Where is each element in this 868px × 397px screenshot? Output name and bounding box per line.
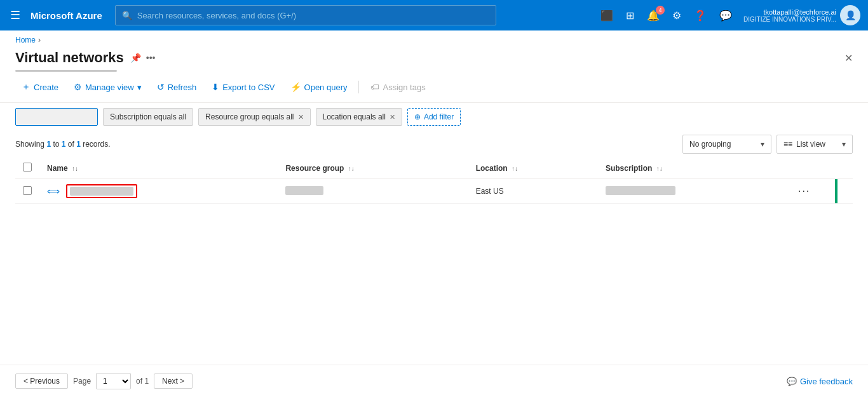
user-info: tkottapalli@techforce.ai DIGITIZE INNOVA… [743, 8, 836, 23]
user-email: tkottapalli@techforce.ai [743, 8, 836, 16]
table-wrapper: Name ↑↓ Resource group ↑↓ Location ↑↓ Su… [0, 158, 868, 204]
page-header: Virtual networks 📌 ••• ✕ [0, 50, 868, 66]
status-indicator [835, 179, 837, 203]
hamburger-menu[interactable]: ☰ [8, 6, 23, 25]
filter-input[interactable] [15, 108, 98, 126]
plus-icon: ＋ [22, 81, 31, 93]
view-label: List view [796, 140, 825, 149]
row-checkbox-cell [15, 179, 39, 204]
page-title: Virtual networks [15, 50, 124, 66]
resource-group-redacted [285, 186, 323, 195]
grouping-chevron-icon: ▾ [761, 140, 764, 149]
results-text: Showing 1 to 1 of 1 records. [15, 140, 111, 149]
breadcrumb: Home › [0, 30, 868, 50]
list-view-icon: ≡≡ [783, 140, 792, 149]
more-options-icon[interactable]: ••• [146, 53, 156, 63]
location-filter-close[interactable]: ✕ [390, 113, 395, 121]
resource-group-filter-label: Resource group equals all [205, 112, 294, 121]
header-checkbox-cell [15, 158, 39, 179]
select-all-checkbox[interactable] [23, 163, 32, 172]
column-resource-group: Resource group ↑↓ [278, 158, 468, 179]
row-subscription-cell [598, 179, 790, 204]
search-input[interactable] [137, 11, 489, 20]
add-filter-icon: ⊕ [414, 112, 421, 121]
subscription-filter-label: Subscription equals all [110, 112, 186, 121]
user-profile[interactable]: tkottapalli@techforce.ai DIGITIZE INNOVA… [741, 5, 860, 25]
gear-icon: ⚙ [74, 82, 82, 92]
search-bar[interactable]: 🔍 [115, 5, 496, 25]
vnet-name-redacted [70, 187, 133, 196]
chevron-down-icon: ▾ [137, 83, 142, 92]
nav-icons: ⬛ ⊞ 🔔 4 ⚙ ❓ 💬 tkottapalli@techforce.ai D… [597, 5, 860, 25]
resource-group-filter-chip: Resource group equals all ✕ [198, 108, 310, 126]
toolbar-separator [358, 81, 359, 93]
data-table: Name ↑↓ Resource group ↑↓ Location ↑↓ Su… [15, 158, 853, 204]
create-button[interactable]: ＋ Create [15, 78, 65, 96]
tag-icon: 🏷 [370, 82, 379, 92]
notification-badge: 4 [656, 6, 665, 15]
row-resource-group-cell [278, 179, 468, 204]
search-icon: 🔍 [122, 11, 132, 20]
close-button[interactable]: ✕ [844, 52, 853, 64]
vnet-name-box[interactable] [66, 184, 137, 198]
top-nav: ☰ Microsoft Azure 🔍 ⬛ ⊞ 🔔 4 ⚙ ❓ 💬 tkotta… [0, 0, 868, 30]
settings-icon[interactable]: ⚙ [668, 7, 685, 24]
export-csv-button[interactable]: ⬇ Export to CSV [205, 79, 281, 95]
toolbar: ＋ Create ⚙ Manage view ▾ ↺ Refresh ⬇ Exp… [0, 72, 868, 103]
portal-icon[interactable]: ⊞ [622, 7, 638, 24]
column-actions [790, 158, 853, 179]
location-filter-label: Location equals all [323, 112, 386, 121]
column-location: Location ↑↓ [468, 158, 598, 179]
grouping-dropdown[interactable]: No grouping ▾ [682, 135, 771, 154]
user-org: DIGITIZE INNOVATIONS PRIV... [743, 16, 836, 23]
avatar[interactable]: 👤 [840, 5, 860, 25]
resource-group-filter-close[interactable]: ✕ [298, 113, 304, 121]
view-controls: No grouping ▾ ≡≡ List view ▾ [682, 135, 853, 154]
query-icon: ⚡ [290, 82, 301, 92]
pin-icon[interactable]: 📌 [130, 53, 141, 63]
location-filter-chip: Location equals all ✕ [316, 108, 402, 126]
cloud-shell-icon[interactable]: ⬛ [597, 7, 617, 24]
assign-tags-button[interactable]: 🏷 Assign tags [364, 79, 431, 95]
feedback-nav-icon[interactable]: 💬 [715, 7, 736, 24]
filter-bar: Subscription equals all Resource group e… [0, 103, 868, 131]
row-actions-cell: ··· [790, 179, 853, 204]
name-cell-content: ⟺ [47, 184, 270, 198]
help-icon[interactable]: ❓ [690, 7, 710, 24]
row-location-cell: East US [468, 179, 598, 204]
name-sort-icon[interactable]: ↑↓ [72, 165, 78, 172]
column-subscription: Subscription ↑↓ [598, 158, 790, 179]
refresh-icon: ↺ [157, 82, 165, 92]
subscription-filter-chip: Subscription equals all [103, 108, 193, 126]
row-name-cell: ⟺ [39, 179, 278, 204]
row-checkbox[interactable] [23, 186, 32, 195]
view-dropdown[interactable]: ≡≡ List view ▾ [776, 135, 853, 154]
table-body: ⟺ East US ··· [15, 179, 853, 204]
subscription-redacted [606, 186, 675, 195]
breadcrumb-home[interactable]: Home [15, 36, 36, 44]
table-row: ⟺ East US ··· [15, 179, 853, 204]
open-query-button[interactable]: ⚡ Open query [284, 79, 354, 95]
column-name: Name ↑↓ [39, 158, 278, 179]
vnet-icon: ⟺ [47, 186, 60, 196]
add-filter-button[interactable]: ⊕ Add filter [407, 108, 461, 126]
results-bar: Showing 1 to 1 of 1 records. No grouping… [0, 131, 868, 158]
header-icons: 📌 ••• [130, 53, 156, 63]
table-header: Name ↑↓ Resource group ↑↓ Location ↑↓ Su… [15, 158, 853, 179]
refresh-button[interactable]: ↺ Refresh [151, 79, 203, 95]
azure-logo: Microsoft Azure [31, 10, 102, 21]
notifications-icon[interactable]: 🔔 4 [643, 7, 663, 24]
view-chevron-icon: ▾ [842, 140, 846, 149]
breadcrumb-chevron: › [38, 36, 41, 44]
rg-sort-icon[interactable]: ↑↓ [348, 165, 355, 172]
manage-view-button[interactable]: ⚙ Manage view ▾ [67, 79, 148, 95]
row-more-actions[interactable]: ··· [798, 185, 810, 196]
download-icon: ⬇ [212, 82, 219, 92]
grouping-label: No grouping [689, 140, 731, 149]
location-sort-icon[interactable]: ↑↓ [512, 165, 518, 172]
sub-sort-icon[interactable]: ↑↓ [656, 165, 663, 172]
